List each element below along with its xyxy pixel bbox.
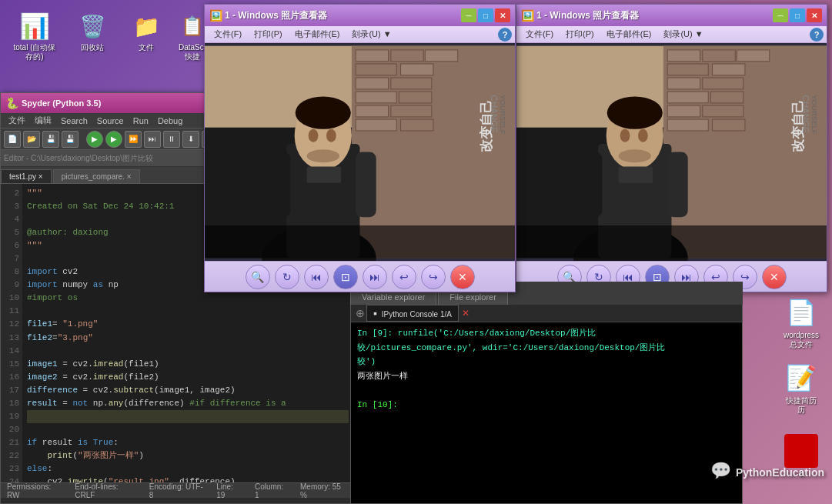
- svg-rect-10: [356, 92, 396, 103]
- svg-point-19: [296, 96, 351, 129]
- spyder-menu-debug[interactable]: Debug: [153, 115, 187, 126]
- spyder-tb-save-all[interactable]: 💾: [62, 131, 79, 148]
- photo-viewer-1-maximize[interactable]: □: [478, 8, 493, 22]
- spyder-tb-run[interactable]: ▶: [86, 131, 103, 148]
- photo-viewer-2-minimize[interactable]: ─: [773, 8, 788, 22]
- ipython-output-line-2: 较/pictures_compare.py', wdir='C:/Users/d…: [357, 342, 736, 355]
- photo2-menu-print[interactable]: 打印(P): [560, 27, 600, 42]
- svg-text:YOURSELF: YOURSELF: [810, 95, 819, 135]
- spyder-menu-search[interactable]: Search: [56, 115, 92, 126]
- photo-viewer-2-maximize[interactable]: □: [790, 8, 805, 22]
- photo-viewer-1: 🖼️ 1 - Windows 照片查看器 ─ □ ✕ 文件(F) 打印(P) 电…: [204, 4, 516, 292]
- desktop-icon-wordpress[interactable]: 📄 wordpress总文件: [774, 292, 829, 352]
- photo-viewer-1-photo-area: 改变自己 CHANGE YOURSELF: [205, 43, 515, 261]
- svg-point-51: [638, 129, 648, 142]
- toolbar-undo-btn[interactable]: ↩: [392, 265, 416, 289]
- photo-menu-print[interactable]: 打印(P): [248, 27, 289, 42]
- spyder-menu-file[interactable]: 文件: [4, 114, 30, 127]
- spyder-tb-new[interactable]: 📄: [4, 131, 21, 148]
- statusbar-eol: End-of-lines: CRLF: [75, 482, 136, 499]
- toolbar-zoom-btn[interactable]: 🔍: [246, 265, 270, 289]
- svg-point-21: [326, 129, 336, 142]
- statusbar-encoding: Encoding: UTF-8: [149, 482, 205, 499]
- ipython-nav-icon[interactable]: ⊕: [356, 307, 365, 319]
- photo2-menu-file[interactable]: 文件(F): [520, 27, 560, 42]
- svg-point-20: [309, 129, 319, 142]
- toolbar-rotate-btn[interactable]: ↻: [275, 265, 299, 289]
- photo2-menu-burn[interactable]: 刻录(U) ▼: [657, 27, 709, 42]
- svg-rect-38: [667, 78, 700, 89]
- photo-viewer-2-titlebar: 🖼️ 1 - Windows 照片查看器 ─ □ ✕: [516, 5, 827, 26]
- spyder-tb-run-cell[interactable]: ⏩: [125, 131, 142, 148]
- photo-viewer-2-close[interactable]: ✕: [807, 8, 822, 22]
- desktop-icon-recycle[interactable]: 🗑️ 回收站: [65, 8, 119, 55]
- photo-viewer-1-close[interactable]: ✕: [495, 8, 510, 22]
- ipython-toolbar: ⊕ ▪ IPython Console 1/A ✕: [351, 304, 742, 322]
- photo-viewer-2-icon: 🖼️: [521, 9, 533, 22]
- svg-rect-9: [391, 78, 432, 89]
- svg-rect-25: [356, 152, 376, 218]
- spyder-menu-source[interactable]: Source: [92, 115, 129, 126]
- svg-rect-24: [270, 152, 291, 218]
- ipython-output-line-4: 两张图片一样: [357, 370, 736, 383]
- watermark-text: PythonEducation: [736, 466, 824, 479]
- svg-rect-23: [307, 167, 342, 183]
- statusbar-line: Line: 19: [216, 482, 242, 499]
- svg-rect-34: [703, 50, 735, 62]
- photo-viewer-1-toolbar: 🔍 ↻ ⏮ ⊡ ⏭ ↩ ↪ ✕: [205, 261, 515, 292]
- desktop-icon-folder-label: 文件: [139, 43, 154, 52]
- desktop-icon-excel-label: total (自动保 存的): [11, 43, 58, 62]
- toolbar-next-btn[interactable]: ⏭: [363, 265, 387, 289]
- photo2-menu-email[interactable]: 电子邮件(E): [600, 27, 658, 42]
- svg-rect-53: [619, 167, 653, 183]
- photo-menu-burn[interactable]: 刻录(U) ▼: [346, 27, 397, 42]
- spyder-tb-step-into[interactable]: ⬇: [182, 131, 199, 148]
- photo-help-btn[interactable]: ?: [498, 28, 512, 42]
- toolbar-redo-btn[interactable]: ↪: [421, 265, 446, 289]
- svg-point-49: [607, 96, 663, 129]
- line-numbers: 2 3 4 5 6 7 8 9 10 11 12 13 14 15 16 17 …: [1, 184, 22, 482]
- svg-rect-36: [667, 64, 708, 75]
- wordpress-label: wordpress总文件: [784, 331, 819, 349]
- svg-rect-54: [582, 152, 603, 218]
- spyder-tab-test1[interactable]: test1.py ×: [1, 169, 52, 183]
- datasci-icon: 📋: [177, 11, 208, 42]
- ipython-output-line-5: [357, 384, 736, 397]
- toolbar-prev-btn[interactable]: ⏮: [304, 265, 329, 289]
- photo-menu-email[interactable]: 电子邮件(E): [289, 27, 346, 42]
- ipython-result-text: 两张图片一样: [357, 372, 408, 381]
- ipython-runfile-cmd: In [9]: runfile('C:/Users/daxiong/Deskto…: [357, 329, 596, 338]
- toolbar-delete-btn[interactable]: ✕: [450, 265, 475, 289]
- svg-point-22: [307, 149, 339, 162]
- statusbar-permissions: Permissions: RW: [7, 482, 62, 499]
- svg-rect-5: [425, 50, 457, 62]
- spyder-tb-save[interactable]: 💾: [42, 131, 59, 148]
- ipython-tab-close-icon[interactable]: ✕: [462, 308, 469, 319]
- desktop-icon-excel[interactable]: 📊 total (自动保 存的): [8, 8, 62, 65]
- spyder-tb-run-selection[interactable]: ▶: [105, 131, 122, 148]
- spyder-menu-edit[interactable]: 编辑: [30, 114, 56, 127]
- spyder-menu-run[interactable]: Run: [129, 115, 153, 126]
- resume-label: 快捷简历历: [786, 396, 817, 415]
- toolbar-fit-btn[interactable]: ⊡: [333, 265, 358, 289]
- ipython-sub-tab-console[interactable]: ▪ IPython Console 1/A: [366, 305, 459, 322]
- ipython-output-line-1: In [9]: runfile('C:/Users/daxiong/Deskto…: [357, 327, 736, 340]
- photo-menu-file[interactable]: 文件(F): [208, 27, 248, 42]
- toolbar2-delete-btn[interactable]: ✕: [762, 265, 787, 289]
- svg-rect-29: [205, 225, 515, 258]
- photo-viewer-2: 🖼️ 1 - Windows 照片查看器 ─ □ ✕ 文件(F) 打印(P) 电…: [516, 4, 827, 292]
- spyder-tb-run-next[interactable]: ⏭: [144, 131, 161, 148]
- statusbar-column: Column: 1: [255, 482, 288, 499]
- recycle-icon: 🗑️: [77, 11, 108, 42]
- spyder-tb-step[interactable]: ⏸: [163, 131, 180, 148]
- desktop-icon-resume[interactable]: 📝 快捷简历历: [774, 358, 829, 418]
- ipython-console-output[interactable]: In [9]: runfile('C:/Users/daxiong/Deskto…: [351, 322, 742, 503]
- photo-viewer-1-minimize[interactable]: ─: [461, 8, 476, 22]
- spyder-tb-open[interactable]: 📂: [23, 131, 40, 148]
- wechat-icon: 💬: [710, 461, 731, 480]
- svg-rect-39: [703, 78, 743, 89]
- spyder-icon: 🐍: [5, 97, 18, 109]
- photo2-help-btn[interactable]: ?: [810, 28, 824, 42]
- spyder-tab-pictures[interactable]: pictures_compare. ×: [53, 169, 140, 183]
- desktop-icon-datasci-label: DataSc-快捷: [179, 43, 206, 62]
